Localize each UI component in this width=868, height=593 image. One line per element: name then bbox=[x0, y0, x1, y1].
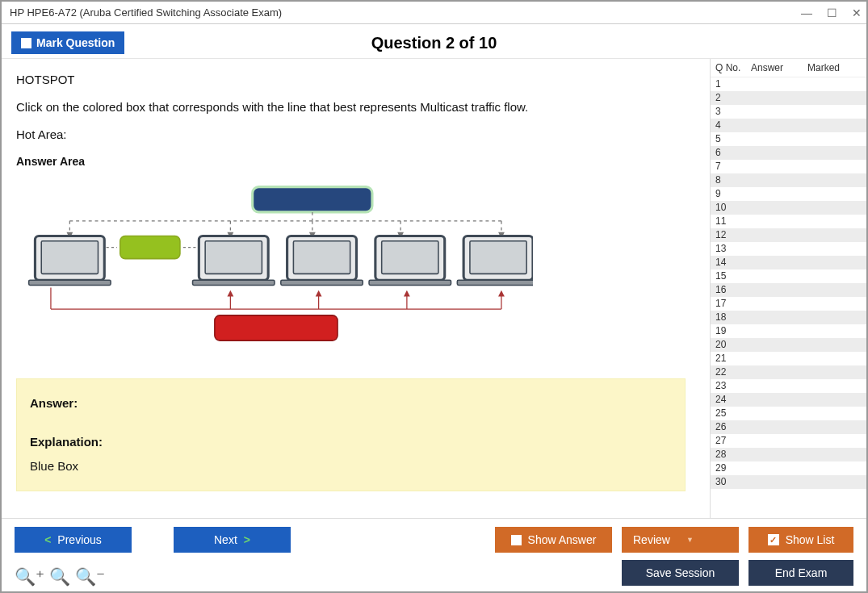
list-item[interactable]: 13 bbox=[711, 242, 866, 256]
list-item[interactable]: 4 bbox=[711, 119, 866, 132]
green-box-hotspot[interactable] bbox=[120, 236, 180, 259]
list-item[interactable]: 24 bbox=[711, 393, 866, 407]
save-session-button[interactable]: Save Session bbox=[622, 560, 739, 586]
footer-buttons-row: < Previous Next > Show Answer Review ▼ ✓… bbox=[15, 527, 853, 553]
question-list-panel: Q No. Answer Marked 12345678910111213141… bbox=[710, 59, 866, 518]
svg-rect-26 bbox=[369, 281, 451, 286]
broadcast-arrowheads bbox=[227, 290, 504, 297]
question-type-label: HOTSPOT bbox=[16, 70, 686, 90]
svg-marker-36 bbox=[227, 290, 233, 297]
list-item[interactable]: 23 bbox=[711, 379, 866, 393]
question-prompt: Click on the colored box that correspond… bbox=[16, 98, 686, 117]
list-item[interactable]: 12 bbox=[711, 228, 866, 242]
answer-explanation-panel: Answer: Explanation: Blue Box bbox=[16, 378, 686, 491]
window-controls: — ☐ ✕ bbox=[801, 6, 862, 19]
list-item[interactable]: 5 bbox=[711, 132, 866, 146]
list-item[interactable]: 14 bbox=[711, 256, 866, 269]
svg-marker-38 bbox=[404, 290, 410, 297]
chevron-right-icon: > bbox=[244, 533, 250, 546]
save-session-label: Save Session bbox=[646, 566, 715, 579]
main-area: HOTSPOT Click on the colored box that co… bbox=[2, 58, 866, 518]
list-item[interactable]: 28 bbox=[711, 448, 866, 461]
list-item[interactable]: 27 bbox=[711, 434, 866, 448]
laptop-5-icon bbox=[457, 236, 533, 286]
list-item[interactable]: 10 bbox=[711, 201, 866, 215]
zoom-controls: 🔍⁺ 🔍 🔍⁻ bbox=[15, 567, 105, 587]
hotspot-diagram[interactable] bbox=[16, 183, 533, 353]
laptop-1-icon bbox=[29, 236, 111, 286]
svg-rect-19 bbox=[205, 241, 262, 274]
zoom-in-icon[interactable]: 🔍⁺ bbox=[15, 567, 44, 587]
window-title: HP HPE6-A72 (Aruba Certified Switching A… bbox=[10, 6, 282, 19]
show-list-label: Show List bbox=[786, 533, 835, 546]
previous-button[interactable]: < Previous bbox=[15, 527, 132, 553]
question-toolbar: Mark Question Question 2 of 10 bbox=[2, 24, 866, 58]
chevron-down-icon: ▼ bbox=[686, 536, 694, 544]
list-item[interactable]: 9 bbox=[711, 187, 866, 201]
window-titlebar: HP HPE6-A72 (Aruba Certified Switching A… bbox=[2, 2, 866, 24]
col-marked: Marked bbox=[807, 62, 866, 73]
next-button[interactable]: Next > bbox=[174, 527, 291, 553]
col-qno: Q No. bbox=[715, 62, 751, 73]
show-answer-button[interactable]: Show Answer bbox=[495, 527, 612, 553]
zoom-reset-icon[interactable]: 🔍 bbox=[49, 567, 70, 587]
list-item[interactable]: 17 bbox=[711, 297, 866, 311]
list-item[interactable]: 8 bbox=[711, 173, 866, 187]
list-item[interactable]: 19 bbox=[711, 324, 866, 338]
list-item[interactable]: 1 bbox=[711, 77, 866, 91]
previous-label: Previous bbox=[57, 533, 101, 546]
svg-rect-23 bbox=[281, 281, 363, 286]
blue-box-hotspot[interactable] bbox=[253, 187, 372, 212]
list-item[interactable]: 6 bbox=[711, 146, 866, 160]
review-button[interactable]: Review ▼ bbox=[622, 527, 739, 553]
svg-rect-28 bbox=[470, 241, 526, 274]
list-item[interactable]: 30 bbox=[711, 475, 866, 489]
next-label: Next bbox=[214, 533, 237, 546]
list-item[interactable]: 11 bbox=[711, 215, 866, 228]
zoom-out-icon[interactable]: 🔍⁻ bbox=[75, 567, 105, 587]
answer-area-label: Answer Area bbox=[16, 152, 686, 170]
close-icon[interactable]: ✕ bbox=[852, 6, 862, 19]
svg-marker-37 bbox=[316, 290, 322, 297]
list-item[interactable]: 18 bbox=[711, 311, 866, 324]
svg-marker-39 bbox=[498, 290, 505, 297]
list-item[interactable]: 26 bbox=[711, 420, 866, 434]
question-list-header: Q No. Answer Marked bbox=[711, 59, 866, 77]
list-item[interactable]: 21 bbox=[711, 352, 866, 365]
answer-label: Answer: bbox=[30, 394, 672, 413]
end-exam-button[interactable]: End Exam bbox=[748, 560, 853, 586]
list-item[interactable]: 16 bbox=[711, 283, 866, 297]
mark-checkbox-icon bbox=[21, 38, 31, 48]
list-item[interactable]: 2 bbox=[711, 91, 866, 105]
question-counter: Question 2 of 10 bbox=[2, 34, 866, 52]
show-answer-label: Show Answer bbox=[528, 533, 597, 546]
svg-rect-17 bbox=[29, 281, 111, 286]
svg-rect-16 bbox=[41, 241, 98, 274]
hot-area-label: Hot Area: bbox=[16, 125, 686, 144]
question-list[interactable]: 1234567891011121314151617181920212223242… bbox=[711, 77, 866, 518]
list-item[interactable]: 3 bbox=[711, 105, 866, 119]
svg-rect-22 bbox=[293, 241, 350, 274]
col-answer: Answer bbox=[751, 62, 807, 73]
list-item[interactable]: 25 bbox=[711, 407, 866, 420]
list-item[interactable]: 22 bbox=[711, 365, 866, 379]
show-list-button[interactable]: ✓ Show List bbox=[748, 527, 853, 553]
laptop-3-icon bbox=[281, 236, 363, 286]
minimize-icon[interactable]: — bbox=[801, 6, 812, 19]
explanation-label: Explanation: bbox=[30, 432, 672, 452]
footer-buttons-row-2: 🔍⁺ 🔍 🔍⁻ Save Session End Exam bbox=[15, 559, 853, 587]
list-item[interactable]: 29 bbox=[711, 461, 866, 475]
checked-icon: ✓ bbox=[768, 534, 779, 545]
explanation-text: Blue Box bbox=[30, 457, 672, 476]
question-content: HOTSPOT Click on the colored box that co… bbox=[2, 59, 710, 518]
svg-rect-25 bbox=[382, 241, 438, 274]
red-box-hotspot[interactable] bbox=[215, 315, 338, 340]
laptop-4-icon bbox=[369, 236, 451, 286]
maximize-icon[interactable]: ☐ bbox=[827, 6, 837, 19]
list-item[interactable]: 7 bbox=[711, 160, 866, 173]
list-item[interactable]: 20 bbox=[711, 338, 866, 352]
mark-question-button[interactable]: Mark Question bbox=[11, 31, 124, 54]
svg-rect-29 bbox=[457, 281, 533, 286]
list-item[interactable]: 15 bbox=[711, 269, 866, 283]
show-answer-checkbox-icon bbox=[511, 535, 522, 545]
